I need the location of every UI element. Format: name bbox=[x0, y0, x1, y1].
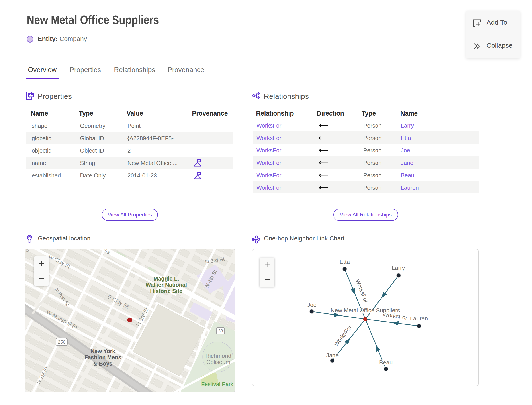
svg-text:Jane: Jane bbox=[326, 352, 339, 359]
svg-text:250: 250 bbox=[58, 339, 65, 344]
svg-text:Larry: Larry bbox=[392, 265, 405, 271]
svg-text:Beau: Beau bbox=[379, 359, 393, 366]
svg-text:33: 33 bbox=[218, 329, 223, 333]
svg-text:WorksFor: WorksFor bbox=[354, 278, 370, 304]
svg-text:Fashion Mens: Fashion Mens bbox=[85, 354, 121, 360]
svg-text:WorksFor: WorksFor bbox=[332, 324, 353, 347]
svg-text:Coliseum: Coliseum bbox=[206, 359, 230, 365]
svg-text:New Metal Office Suppliers: New Metal Office Suppliers bbox=[331, 307, 400, 314]
svg-text:Joe: Joe bbox=[307, 301, 317, 308]
svg-text:& Boys: & Boys bbox=[93, 360, 112, 367]
svg-text:Etta: Etta bbox=[339, 259, 350, 265]
svg-text:Lauren: Lauren bbox=[410, 315, 428, 322]
svg-text:Festival Park: Festival Park bbox=[201, 381, 233, 387]
svg-text:New York: New York bbox=[90, 348, 115, 354]
svg-text:Walker National: Walker National bbox=[146, 282, 187, 288]
svg-text:Richmond: Richmond bbox=[205, 352, 231, 359]
svg-text:Maggie L.: Maggie L. bbox=[153, 276, 179, 282]
svg-text:Historic Site: Historic Site bbox=[150, 288, 182, 294]
